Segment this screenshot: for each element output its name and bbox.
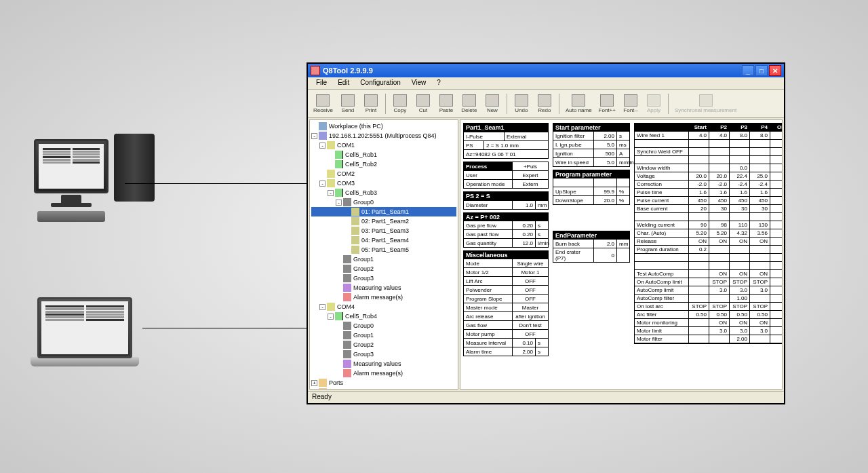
matrix-row: Test AutoCompONONON [635,270,783,278]
tree-node[interactable]: Group2 [311,340,456,349]
group-icon [343,341,351,349]
tree-node[interactable]: Cell5_Rob1 [311,150,456,159]
tree-node[interactable]: Group1 [311,254,456,264]
tree-panel[interactable]: Workplace (this PC)-192.168.1.202:5551 (… [309,119,458,390]
param-row: Wire in speed5.0m/min [553,157,629,166]
group-icon [343,198,351,206]
tool-send[interactable]: Send [337,93,359,115]
tree-expander[interactable]: - [319,181,326,187]
tree-node[interactable]: 02: Part1_Seam2 [311,216,456,226]
net-icon [319,132,327,140]
matrix-row: On lost arcSTOPSTOPSTOPSTOP [635,303,783,311]
cell-icon [335,312,343,320]
tree-node[interactable]: Alarm message(s) [311,292,456,302]
tree-node[interactable]: 04: Part1_Seam4 [311,235,456,245]
tree-node[interactable]: -Group0 [311,197,456,207]
tree-node[interactable]: Cell5_Rob2 [311,159,456,169]
matrix-row: AutoComp filter1.00s [635,295,783,303]
tree-node[interactable]: Group2 [311,264,456,273]
cell-icon [335,189,343,197]
tree-node[interactable]: Group3 [311,349,456,359]
tree-node[interactable]: -COM3 [311,178,456,188]
tool-copy[interactable]: Copy [389,93,411,115]
connection-line-desktop [125,183,307,184]
tree-node[interactable]: -Cell5_Rob3 [311,188,456,197]
tree-node[interactable]: -192.168.1.202:5551 (Multiprocess Q84) [311,131,456,140]
tree-node[interactable]: -Cell5_Rob4 [311,311,456,321]
tool-receive[interactable]: Receive [311,93,336,115]
tool-cut[interactable]: Cut [412,93,434,115]
tree-node[interactable]: Group0 [311,321,456,330]
tree-expander[interactable]: + [311,380,317,386]
param-row: Gas past flow0.20s [464,229,548,238]
tool-paste[interactable]: Paste [435,93,457,115]
tool-undo[interactable]: Undo [511,93,532,115]
desktop-pc-illustration [34,139,108,222]
misc-block: Miscellaneous ModeSingle wireMotor 1/2Mo… [463,250,549,356]
menu-edit[interactable]: Edit [332,77,355,89]
param-row: Motor pumpOFF [464,329,548,338]
param-row: UpSlope99.9% [553,187,629,195]
com-icon [327,141,335,149]
menu-view[interactable]: View [406,77,432,89]
matrix-row: Motor limit3.03.03.0A [635,327,783,335]
matrix-row: Correction-2.0-2.0-2.4-2.4V [635,181,783,189]
tree-node[interactable]: Alarm message(s) [311,368,456,378]
matrix-row: Base current20303030A [635,205,783,213]
matrix-row: AutoComp limit3.03.03.0V [635,286,783,295]
tree-node[interactable]: +Ports [311,378,456,387]
tool-delete[interactable]: Delete [458,93,480,115]
tree-node[interactable]: Group3 [311,273,456,283]
tree-node[interactable]: Group1 [311,330,456,340]
tree-node[interactable]: 01: Part1_Seam1 [311,207,456,216]
tree-node[interactable]: 05: Part1_Seam5 [311,245,456,254]
end-param-block: EndParameter Burn back2.0mmEnd crater (P… [553,231,630,263]
maximize-button[interactable]: □ [755,65,768,76]
tool-apply[interactable]: Apply [643,93,665,115]
az-block: Az = P+ 002 Gas pre flow0.20sGas past fl… [463,212,549,248]
param-row: End crater (P7)0 [553,248,629,262]
tree-node[interactable]: 03: Part1_Seam3 [311,226,456,235]
minimize-button[interactable]: _ [742,65,754,76]
menu-configuration[interactable]: Configuration [355,77,406,89]
tool-new[interactable]: New [481,93,503,115]
process-block: Process+Puls UserExpert Operation modeEx… [463,162,549,189]
matrix-row [635,213,783,221]
tool-redo[interactable]: Redo [534,93,555,115]
tree-expander[interactable]: - [319,143,326,149]
tree-expander[interactable]: - [311,133,317,139]
cell-icon [335,151,343,159]
seam-icon [351,246,359,254]
menu-help[interactable]: ? [431,77,446,89]
param-row: ModeSingle wire [464,259,548,267]
matrix-row: Pulse current450450450450A [635,197,783,205]
titlebar[interactable]: Q8Tool 2.9.9.9 _ □ ✕ [308,64,784,77]
tree-expander[interactable]: - [336,200,342,206]
tree-node[interactable]: Surveillance LOG [311,387,456,390]
tree-node[interactable]: COM2 [311,169,456,178]
tree-node[interactable]: Workplace (this PC) [311,121,456,131]
group-icon [343,322,351,330]
pc-icon [319,122,327,130]
header-block: Part1_Seam1 I-PulseExternal PS2 = S 1.0 … [463,123,549,159]
tree-node[interactable]: Measuring values [311,283,456,292]
tool-print[interactable]: Print [360,93,382,115]
param-row: Arc releaseafter ignition [464,311,548,320]
toolbar: ReceiveSendPrintCopyCutPasteDeleteNewUnd… [308,90,784,118]
tool-font-[interactable]: Font-- [620,93,642,115]
tree-expander[interactable]: - [319,304,326,310]
tree-node[interactable]: -COM4 [311,302,456,311]
tree-expander[interactable]: - [328,314,334,320]
close-button[interactable]: ✕ [769,65,781,76]
alarm-icon [343,369,351,377]
tool-auto-name[interactable]: Auto name [563,93,595,115]
tree-node[interactable]: -COM1 [311,140,456,150]
seam-icon [351,227,359,235]
alarm-icon [343,293,351,301]
tree-node[interactable]: Measuring values [311,359,456,368]
tool-synchronal-measurement[interactable]: Synchronal measurement [672,93,739,115]
tool-font-[interactable]: Font++ [596,93,618,115]
menu-file[interactable]: File [311,77,332,89]
cell-icon [335,160,343,168]
tree-expander[interactable]: - [328,190,334,196]
